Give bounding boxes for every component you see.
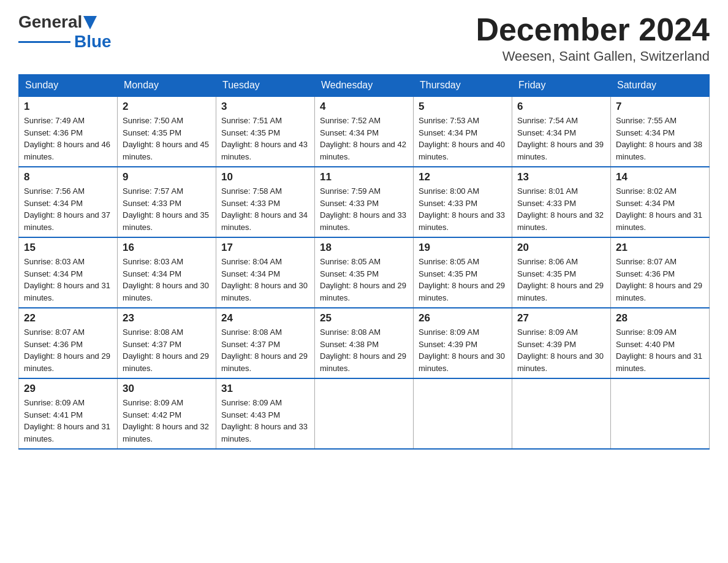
calendar-body: 1Sunrise: 7:49 AMSunset: 4:36 PMDaylight… <box>19 96 710 449</box>
week-row-5: 29Sunrise: 8:09 AMSunset: 4:41 PMDayligh… <box>19 378 710 449</box>
col-wednesday: Wednesday <box>315 75 414 97</box>
calendar-cell: 17Sunrise: 8:04 AMSunset: 4:34 PMDayligh… <box>216 237 315 308</box>
calendar-header: Sunday Monday Tuesday Wednesday Thursday… <box>19 75 710 97</box>
col-thursday: Thursday <box>414 75 512 97</box>
day-info: Sunrise: 7:54 AMSunset: 4:34 PMDaylight:… <box>517 115 605 163</box>
day-number: 17 <box>221 242 309 254</box>
week-row-3: 15Sunrise: 8:03 AMSunset: 4:34 PMDayligh… <box>19 237 710 308</box>
day-number: 8 <box>24 171 112 183</box>
day-info: Sunrise: 7:57 AMSunset: 4:33 PMDaylight:… <box>123 185 211 233</box>
day-number: 13 <box>517 171 605 183</box>
day-info: Sunrise: 8:08 AMSunset: 4:37 PMDaylight:… <box>221 326 309 374</box>
day-number: 30 <box>123 383 211 395</box>
calendar-cell: 19Sunrise: 8:05 AMSunset: 4:35 PMDayligh… <box>414 237 512 308</box>
header-row: Sunday Monday Tuesday Wednesday Thursday… <box>19 75 710 97</box>
week-row-2: 8Sunrise: 7:56 AMSunset: 4:34 PMDaylight… <box>19 167 710 237</box>
calendar-cell: 7Sunrise: 7:55 AMSunset: 4:34 PMDaylight… <box>611 96 710 167</box>
calendar-cell: 15Sunrise: 8:03 AMSunset: 4:34 PMDayligh… <box>19 237 118 308</box>
day-info: Sunrise: 8:08 AMSunset: 4:37 PMDaylight:… <box>123 326 211 374</box>
day-info: Sunrise: 8:09 AMSunset: 4:43 PMDaylight:… <box>221 397 309 445</box>
page-header: General Blue December 2024 Weesen, Saint… <box>18 12 710 64</box>
day-number: 12 <box>419 171 507 183</box>
calendar-cell: 21Sunrise: 8:07 AMSunset: 4:36 PMDayligh… <box>611 237 710 308</box>
day-info: Sunrise: 8:05 AMSunset: 4:35 PMDaylight:… <box>320 256 408 304</box>
calendar-cell: 6Sunrise: 7:54 AMSunset: 4:34 PMDaylight… <box>512 96 611 167</box>
day-info: Sunrise: 8:09 AMSunset: 4:42 PMDaylight:… <box>123 397 211 445</box>
day-number: 24 <box>221 312 309 324</box>
calendar-cell: 24Sunrise: 8:08 AMSunset: 4:37 PMDayligh… <box>216 308 315 378</box>
calendar-cell: 22Sunrise: 8:07 AMSunset: 4:36 PMDayligh… <box>19 308 118 378</box>
day-number: 26 <box>419 312 507 324</box>
day-number: 31 <box>221 383 309 395</box>
day-info: Sunrise: 7:51 AMSunset: 4:35 PMDaylight:… <box>221 115 309 163</box>
day-info: Sunrise: 7:49 AMSunset: 4:36 PMDaylight:… <box>24 115 112 163</box>
day-number: 29 <box>24 383 112 395</box>
col-tuesday: Tuesday <box>216 75 315 97</box>
calendar-cell: 12Sunrise: 8:00 AMSunset: 4:33 PMDayligh… <box>414 167 512 237</box>
calendar-cell: 5Sunrise: 7:53 AMSunset: 4:34 PMDaylight… <box>414 96 512 167</box>
day-info: Sunrise: 8:09 AMSunset: 4:39 PMDaylight:… <box>517 326 605 374</box>
day-number: 22 <box>24 312 112 324</box>
day-number: 6 <box>517 101 605 113</box>
day-info: Sunrise: 7:55 AMSunset: 4:34 PMDaylight:… <box>616 115 704 163</box>
calendar-cell: 26Sunrise: 8:09 AMSunset: 4:39 PMDayligh… <box>414 308 512 378</box>
day-number: 27 <box>517 312 605 324</box>
logo: General Blue <box>18 12 112 52</box>
month-title: December 2024 <box>476 12 710 47</box>
day-info: Sunrise: 8:06 AMSunset: 4:35 PMDaylight:… <box>517 256 605 304</box>
day-info: Sunrise: 8:08 AMSunset: 4:38 PMDaylight:… <box>320 326 408 374</box>
logo-blue: Blue <box>74 32 112 52</box>
logo-underline <box>18 41 70 43</box>
day-number: 2 <box>123 101 211 113</box>
calendar-cell: 14Sunrise: 8:02 AMSunset: 4:34 PMDayligh… <box>611 167 710 237</box>
calendar-cell: 30Sunrise: 8:09 AMSunset: 4:42 PMDayligh… <box>118 378 216 449</box>
day-number: 3 <box>221 101 309 113</box>
calendar-cell <box>315 378 414 449</box>
day-number: 15 <box>24 242 112 254</box>
location: Weesen, Saint Gallen, Switzerland <box>476 48 710 64</box>
calendar-table: Sunday Monday Tuesday Wednesday Thursday… <box>18 74 710 450</box>
day-number: 25 <box>320 312 408 324</box>
day-info: Sunrise: 7:58 AMSunset: 4:33 PMDaylight:… <box>221 185 309 233</box>
calendar-cell: 1Sunrise: 7:49 AMSunset: 4:36 PMDaylight… <box>19 96 118 167</box>
col-saturday: Saturday <box>611 75 710 97</box>
day-info: Sunrise: 8:02 AMSunset: 4:34 PMDaylight:… <box>616 185 704 233</box>
day-number: 21 <box>616 242 704 254</box>
day-number: 16 <box>123 242 211 254</box>
day-info: Sunrise: 7:50 AMSunset: 4:35 PMDaylight:… <box>123 115 211 163</box>
day-number: 5 <box>419 101 507 113</box>
day-info: Sunrise: 7:52 AMSunset: 4:34 PMDaylight:… <box>320 115 408 163</box>
logo-general: General <box>18 12 82 32</box>
day-info: Sunrise: 8:01 AMSunset: 4:33 PMDaylight:… <box>517 185 605 233</box>
day-info: Sunrise: 8:03 AMSunset: 4:34 PMDaylight:… <box>123 256 211 304</box>
calendar-cell: 28Sunrise: 8:09 AMSunset: 4:40 PMDayligh… <box>611 308 710 378</box>
day-info: Sunrise: 8:03 AMSunset: 4:34 PMDaylight:… <box>24 256 112 304</box>
calendar-cell <box>611 378 710 449</box>
week-row-1: 1Sunrise: 7:49 AMSunset: 4:36 PMDaylight… <box>19 96 710 167</box>
day-number: 28 <box>616 312 704 324</box>
calendar-cell: 3Sunrise: 7:51 AMSunset: 4:35 PMDaylight… <box>216 96 315 167</box>
day-number: 1 <box>24 101 112 113</box>
calendar-cell: 31Sunrise: 8:09 AMSunset: 4:43 PMDayligh… <box>216 378 315 449</box>
col-monday: Monday <box>118 75 216 97</box>
calendar-cell: 16Sunrise: 8:03 AMSunset: 4:34 PMDayligh… <box>118 237 216 308</box>
col-friday: Friday <box>512 75 611 97</box>
calendar-cell: 29Sunrise: 8:09 AMSunset: 4:41 PMDayligh… <box>19 378 118 449</box>
logo-triangle-icon <box>83 16 97 29</box>
svg-marker-0 <box>83 16 97 29</box>
day-info: Sunrise: 8:09 AMSunset: 4:40 PMDaylight:… <box>616 326 704 374</box>
day-info: Sunrise: 7:53 AMSunset: 4:34 PMDaylight:… <box>419 115 507 163</box>
day-info: Sunrise: 8:09 AMSunset: 4:39 PMDaylight:… <box>419 326 507 374</box>
day-number: 11 <box>320 171 408 183</box>
calendar-cell: 25Sunrise: 8:08 AMSunset: 4:38 PMDayligh… <box>315 308 414 378</box>
day-number: 4 <box>320 101 408 113</box>
col-sunday: Sunday <box>19 75 118 97</box>
day-number: 10 <box>221 171 309 183</box>
calendar-cell: 8Sunrise: 7:56 AMSunset: 4:34 PMDaylight… <box>19 167 118 237</box>
day-number: 23 <box>123 312 211 324</box>
day-number: 18 <box>320 242 408 254</box>
title-block: December 2024 Weesen, Saint Gallen, Swit… <box>476 12 710 64</box>
calendar-cell: 9Sunrise: 7:57 AMSunset: 4:33 PMDaylight… <box>118 167 216 237</box>
day-info: Sunrise: 8:05 AMSunset: 4:35 PMDaylight:… <box>419 256 507 304</box>
day-number: 20 <box>517 242 605 254</box>
